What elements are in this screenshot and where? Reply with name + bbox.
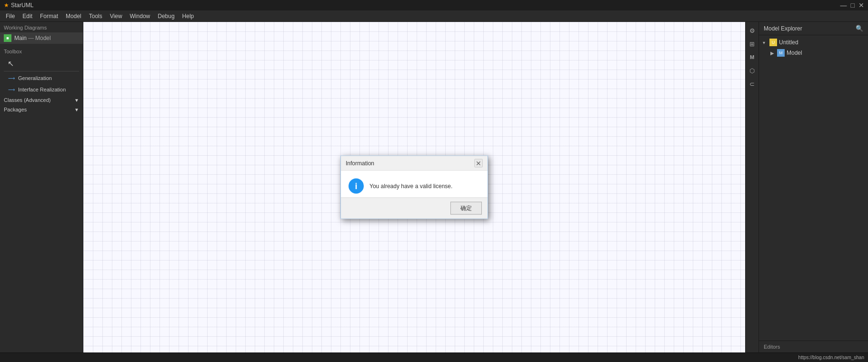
minimize-button[interactable]: — (840, 1, 847, 9)
close-button[interactable]: ✕ (858, 1, 864, 9)
tree-item-untitled[interactable]: ▾ U Untitled (759, 37, 868, 48)
untitled-arrow: ▾ (763, 40, 768, 45)
toolbox-item-generalization[interactable]: ⟶ Generalization (0, 72, 83, 84)
untitled-label: Untitled (779, 39, 798, 46)
panel-tool-strip: ⚙ ⊞ M ⬡ ⊂ (745, 22, 758, 352)
app-icon: ★ (4, 2, 9, 9)
menu-edit[interactable]: Edit (19, 12, 36, 20)
menu-bar: File Edit Format Model Tools View Window… (0, 10, 868, 22)
packages-arrow: ▼ (74, 107, 79, 112)
confirm-button[interactable]: 确定 (450, 202, 482, 215)
panel-tool-grid[interactable]: ⊞ (747, 38, 758, 50)
app-title: StarUML (11, 2, 33, 9)
editors-section: Editors (759, 341, 868, 352)
toolbox-separator (4, 71, 79, 71)
interface-realization-icon: ⟶ (8, 86, 15, 93)
tree-item-model[interactable]: ▶ M Model (759, 48, 868, 58)
generalization-label: Generalization (18, 75, 52, 81)
interface-realization-label: Interface Realization (18, 87, 66, 92)
dialog-titlebar: Information ✕ (341, 156, 488, 171)
diagram-item[interactable]: ■ Main — Model (0, 32, 83, 44)
cursor-tool[interactable]: ↖ (0, 57, 83, 70)
toolbox-header: Toolbox (0, 46, 83, 57)
menu-tools[interactable]: Tools (85, 12, 106, 20)
classes-advanced-arrow: ▼ (74, 98, 79, 103)
toolbox-group-classes-advanced[interactable]: Classes (Advanced) ▼ (0, 95, 83, 105)
model-explorer-search-icon[interactable]: 🔍 (856, 25, 863, 32)
working-diagrams-header: Working Diagrams (0, 22, 83, 32)
dialog-close-button[interactable]: ✕ (474, 159, 483, 168)
packages-label: Packages (4, 107, 27, 112)
panel-tool-md[interactable]: M (747, 51, 758, 63)
modal-overlay: Information ✕ i You already have a valid… (83, 22, 745, 352)
menu-format[interactable]: Format (36, 12, 62, 20)
panel-tool-hex[interactable]: ⬡ (747, 65, 758, 76)
model-icon: M (777, 49, 785, 57)
untitled-folder-icon: U (769, 39, 777, 46)
toolbox-group-packages[interactable]: Packages ▼ (0, 105, 83, 114)
toolbox-item-interface-realization[interactable]: ⟶ Interface Realization (0, 84, 83, 95)
model-label: Model (787, 50, 802, 56)
status-bar: https://blog.csdn.net/sam_shan (0, 352, 868, 362)
menu-file[interactable]: File (2, 12, 19, 20)
panel-tool-settings[interactable]: ⚙ (747, 25, 758, 36)
canvas-area[interactable]: Information ✕ i You already have a valid… (83, 22, 745, 352)
diagram-separator: — (28, 35, 34, 41)
diagram-name: Main (14, 35, 27, 41)
info-dialog: Information ✕ i You already have a valid… (340, 156, 488, 219)
menu-window[interactable]: Window (126, 12, 154, 20)
cursor-icon: ↖ (8, 59, 14, 68)
right-panel: Model Explorer 🔍 ▾ U Untitled ▶ M Model … (758, 22, 868, 352)
panel-tool-share[interactable]: ⊂ (747, 78, 758, 90)
status-url: https://blog.csdn.net/sam_shan (798, 355, 864, 360)
dialog-title: Information (346, 160, 374, 167)
menu-help[interactable]: Help (179, 12, 198, 20)
menu-view[interactable]: View (106, 12, 126, 20)
diagram-icon: ■ (4, 34, 11, 42)
classes-advanced-label: Classes (Advanced) (4, 97, 50, 103)
dialog-body: i You already have a valid license. (341, 171, 488, 198)
model-arrow: ▶ (770, 50, 776, 56)
title-bar-controls: — □ ✕ (840, 1, 864, 9)
editors-label: Editors (764, 344, 780, 350)
dialog-message: You already have a valid license. (369, 183, 452, 190)
menu-model[interactable]: Model (62, 12, 85, 20)
model-explorer-header: Model Explorer 🔍 (759, 22, 868, 35)
maximize-button[interactable]: □ (851, 1, 855, 9)
toolbox-section: Toolbox ↖ ⟶ Generalization ⟶ Interface R… (0, 46, 83, 352)
generalization-icon: ⟶ (8, 74, 15, 82)
model-explorer-title: Model Explorer (764, 25, 802, 32)
menu-debug[interactable]: Debug (154, 12, 178, 20)
dialog-footer: 确定 (341, 198, 488, 219)
model-tree: ▾ U Untitled ▶ M Model (759, 35, 868, 341)
main-layout: Working Diagrams ■ Main — Model Toolbox … (0, 22, 868, 352)
title-bar: ★ StarUML — □ ✕ (0, 0, 868, 10)
left-sidebar: Working Diagrams ■ Main — Model Toolbox … (0, 22, 83, 352)
info-icon: i (349, 179, 364, 194)
diagram-model: Model (35, 35, 51, 41)
